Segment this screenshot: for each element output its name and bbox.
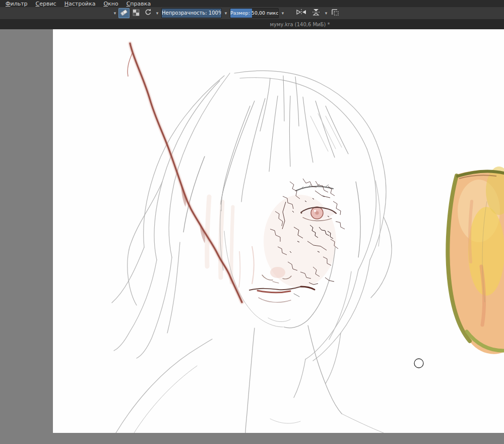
menu-item-settings[interactable]: Настройка [61, 1, 99, 7]
chevron-down-icon[interactable]: ▾ [223, 11, 229, 16]
trim-icon [331, 8, 339, 18]
chevron-down-icon[interactable]: ▾ [280, 11, 286, 16]
menu-item-tools[interactable]: Сервис [32, 1, 60, 7]
toolbar: ▾ [0, 7, 504, 20]
chevron-down-icon[interactable]: ▾ [323, 11, 329, 16]
opacity-slider[interactable]: Непрозрачность: 100% [161, 8, 222, 18]
workspace [0, 29, 504, 444]
bang-strokes [221, 76, 348, 211]
mirror-vertical-button[interactable] [309, 8, 323, 18]
eraser-mode-button[interactable] [118, 8, 130, 18]
trim-to-image-button[interactable] [330, 8, 341, 18]
document-titlebar: муму.kra (140,6 МиБ) * [0, 20, 504, 29]
brush-size-slider-label: Размер: 50,00 пикс. [230, 9, 278, 18]
artwork [53, 29, 504, 433]
eraser-icon [119, 8, 129, 19]
checkerboard-icon [133, 9, 140, 18]
brush-cursor-circle [414, 359, 423, 368]
lips [249, 287, 314, 302]
canvas[interactable] [53, 29, 504, 433]
menu-item-window[interactable]: Окно [100, 1, 121, 7]
chevron-down-icon[interactable]: ▾ [154, 11, 160, 16]
hair-strokes [112, 71, 392, 398]
reference-painting [446, 166, 504, 354]
document-title: муму.kra (140,6 МиБ) * [270, 22, 330, 27]
krita-window: Фильтр Сервис Настройка Окно Справка ▾ [0, 0, 504, 444]
reload-preset-button[interactable] [143, 8, 154, 18]
menu-item-filter[interactable]: Фильтр [2, 1, 31, 7]
brush-size-slider[interactable]: Размер: 50,00 пикс. [230, 8, 279, 18]
chevron-down-icon[interactable]: ▾ [112, 11, 118, 16]
preserve-alpha-button[interactable] [131, 8, 142, 18]
mirror-horizontal-button[interactable] [294, 8, 308, 18]
scar-stroke [128, 43, 242, 302]
mirror-horizontal-icon [295, 8, 307, 18]
menu-item-help[interactable]: Справка [123, 1, 154, 7]
reload-icon [144, 8, 152, 18]
face-and-body-lines [116, 231, 384, 433]
mirror-vertical-icon [311, 8, 321, 18]
menubar: Фильтр Сервис Настройка Окно Справка [0, 0, 504, 7]
opacity-slider-label: Непрозрачность: 100% [162, 9, 221, 18]
